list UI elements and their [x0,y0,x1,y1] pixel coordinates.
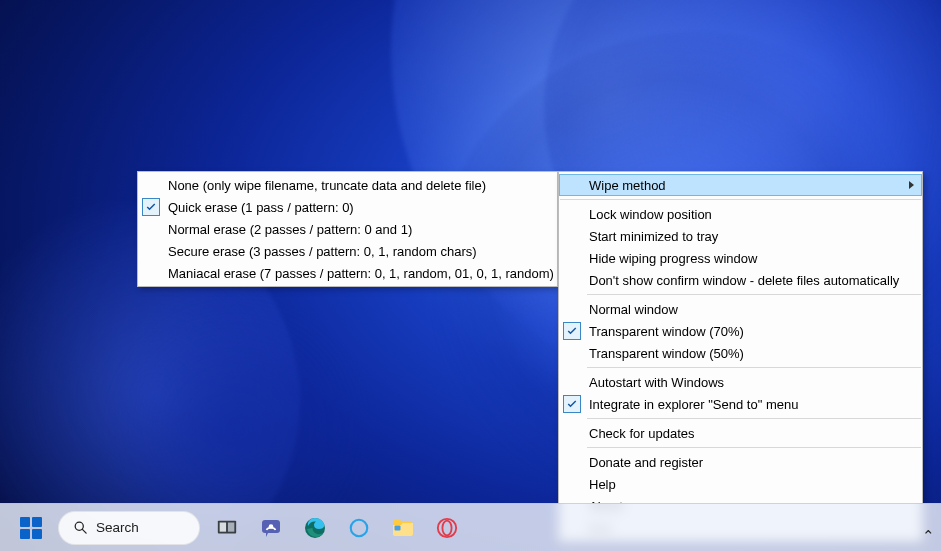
chevron-right-icon [909,181,914,189]
wipe-option-normal[interactable]: Normal erase (2 passes / pattern: 0 and … [138,218,557,240]
check-icon [563,395,581,413]
svg-rect-3 [220,522,226,531]
menu-item-label: Lock window position [589,207,712,222]
menu-item-label: Quick erase (1 pass / pattern: 0) [168,200,354,215]
menu-item-label: Integrate in explorer "Send to" menu [589,397,798,412]
svg-point-8 [351,519,368,536]
opera-icon [436,517,458,539]
desktop: None (only wipe filename, truncate data … [0,0,941,551]
menu-item-label: Transparent window (50%) [589,346,744,361]
taskbar-edge[interactable] [298,511,332,545]
wipe-option-maniacal[interactable]: Maniacal erase (7 passes / pattern: 0, 1… [138,262,557,284]
menu-transparent-50[interactable]: Transparent window (50%) [559,342,922,364]
taskbar-explorer[interactable] [386,511,420,545]
svg-rect-9 [395,525,401,530]
menu-transparent-70[interactable]: Transparent window (70%) [559,320,922,342]
menu-item-label: Help [589,477,616,492]
taskbar-chat[interactable] [254,511,288,545]
menu-item-label: Normal erase (2 passes / pattern: 0 and … [168,222,412,237]
search-icon [73,520,88,535]
chat-icon [259,516,283,540]
wipe-method-submenu: None (only wipe filename, truncate data … [137,171,558,287]
menu-item-label: Autostart with Windows [589,375,724,390]
taskbar-chevron-icon[interactable]: ⌃ [922,527,935,545]
svg-point-11 [442,520,451,535]
menu-item-label: Check for updates [589,426,695,441]
edge-icon [303,516,327,540]
separator [587,447,921,448]
folder-icon [391,517,415,539]
menu-hide-progress[interactable]: Hide wiping progress window [559,247,922,269]
cortana-icon [348,517,370,539]
taskbar-task-view[interactable] [210,511,244,545]
svg-rect-4 [228,522,234,531]
taskbar: Search [0,503,941,551]
menu-autostart[interactable]: Autostart with Windows [559,371,922,393]
separator [587,294,921,295]
windows-logo-icon [20,517,42,539]
menu-item-label: Wipe method [589,178,666,193]
wipe-option-quick[interactable]: Quick erase (1 pass / pattern: 0) [138,196,557,218]
menu-lock-window[interactable]: Lock window position [559,203,922,225]
check-icon [142,198,160,216]
menu-item-label: Donate and register [589,455,703,470]
menu-donate[interactable]: Donate and register [559,451,922,473]
menu-check-updates[interactable]: Check for updates [559,422,922,444]
menu-integrate-sendto[interactable]: Integrate in explorer "Send to" menu [559,393,922,415]
menu-item-label: None (only wipe filename, truncate data … [168,178,486,193]
separator [560,199,921,200]
separator [587,418,921,419]
menu-item-label: Secure erase (3 passes / pattern: 0, 1, … [168,244,477,259]
menu-wipe-method[interactable]: Wipe method [559,174,922,196]
menu-no-confirm[interactable]: Don't show confirm window - delete files… [559,269,922,291]
menu-normal-window[interactable]: Normal window [559,298,922,320]
search-label: Search [96,520,139,535]
menu-start-minimized[interactable]: Start minimized to tray [559,225,922,247]
menu-item-label: Maniacal erase (7 passes / pattern: 0, 1… [168,266,554,281]
taskbar-opera[interactable] [430,511,464,545]
taskbar-cortana[interactable] [342,511,376,545]
check-icon [563,322,581,340]
menu-item-label: Transparent window (70%) [589,324,744,339]
task-view-icon [216,517,238,539]
context-menu: Wipe method Lock window position Start m… [558,171,923,542]
menu-item-label: Hide wiping progress window [589,251,757,266]
menu-item-label: Start minimized to tray [589,229,718,244]
svg-line-1 [82,529,86,533]
start-button[interactable] [14,511,48,545]
wipe-option-none[interactable]: None (only wipe filename, truncate data … [138,174,557,196]
taskbar-search[interactable]: Search [58,511,200,545]
menu-item-label: Don't show confirm window - delete files… [589,273,899,288]
separator [587,367,921,368]
menu-help[interactable]: Help [559,473,922,495]
wipe-option-secure[interactable]: Secure erase (3 passes / pattern: 0, 1, … [138,240,557,262]
menu-item-label: Normal window [589,302,678,317]
